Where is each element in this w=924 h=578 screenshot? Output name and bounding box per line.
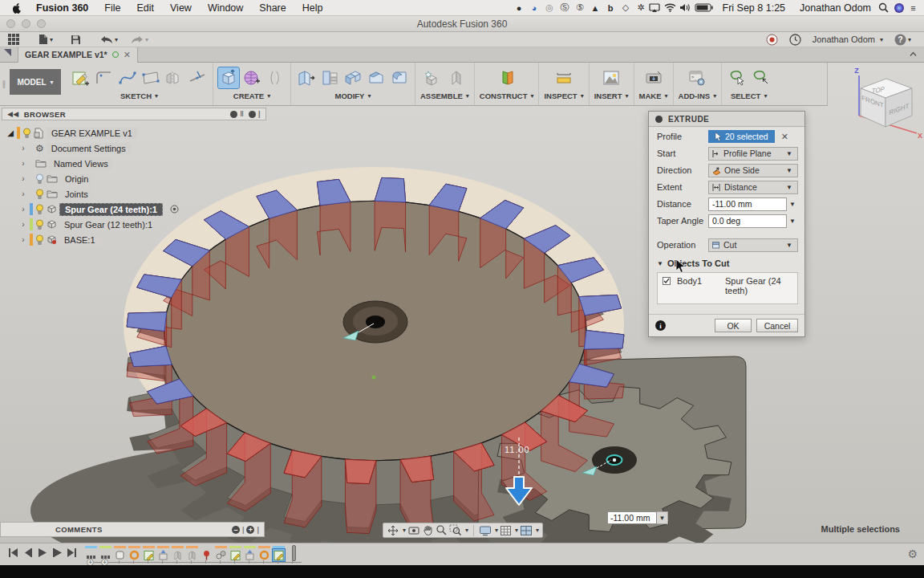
select-lasso-icon[interactable] [727,67,748,88]
expand-chevron-icon[interactable]: › [19,174,27,183]
distance-input[interactable] [708,197,787,211]
comments-collapse-icon[interactable]: – [232,526,240,534]
group-label-insert[interactable]: INSERT▾ [594,92,629,100]
collapse-toolbar-icon[interactable] [909,50,918,59]
create-sketch-icon[interactable] [71,67,91,88]
visibility-bulb-icon[interactable] [35,173,44,185]
new-document-button[interactable]: ▾ [38,34,53,45]
expand-chevron-icon[interactable]: › [19,235,27,244]
combine-icon[interactable] [342,67,363,88]
timeline-feature-coil[interactable] [258,546,270,561]
tree-item-origin[interactable]: › Origin [2,171,266,186]
orbit-tool-icon[interactable] [387,524,399,537]
visibility-bulb-icon[interactable] [35,189,44,200]
status-app-icon-9[interactable]: ✲ [634,2,649,13]
zoom-window-tool-icon[interactable] [449,524,462,536]
group-label-make[interactable]: MAKE▾ [639,92,668,100]
sketch-trim-icon[interactable] [187,67,208,88]
apple-menu-icon[interactable] [0,2,28,14]
visibility-bulb-icon[interactable] [35,204,44,215]
view-cube[interactable]: TOP FRONT RIGHT Z X [837,64,923,151]
sketch-rectangle-icon[interactable] [140,67,161,88]
group-label-addins[interactable]: ADD-INS▾ [679,92,717,100]
body-name[interactable]: Body1 [677,276,719,286]
workspace-selector[interactable]: MODEL▾ [10,69,61,95]
timeline-feature-pin[interactable] [201,546,213,561]
body-checkbox[interactable] [663,276,671,286]
tree-item-joints[interactable]: › Joints [2,186,266,201]
menu-window[interactable]: Window [200,2,251,14]
app-grid-icon[interactable] [8,34,19,45]
group-label-modify[interactable]: MODIFY▾ [335,92,371,100]
operation-dropdown[interactable]: Cut▼ [708,238,798,252]
tree-item-label[interactable]: Named Views [49,158,113,169]
distance-dropdown-icon[interactable]: ▼ [787,201,798,208]
split-face-icon[interactable] [319,67,340,88]
spotlight-search-icon[interactable] [878,2,894,13]
menu-share[interactable]: Share [251,2,294,14]
status-shield-icon[interactable]: ◇ [618,2,634,13]
chamfer-icon[interactable] [366,67,387,88]
start-dropdown[interactable]: Profile Plane▼ [708,147,798,161]
taper-angle-input[interactable] [708,214,787,228]
status-app-icon-5[interactable]: ⑤ [573,2,588,13]
measure-icon[interactable] [553,67,574,88]
status-drive-icon[interactable]: ▲ [588,3,603,13]
comments-panel[interactable]: COMMENTS – | + | [0,522,265,537]
timeline-feature-fold[interactable] [172,546,184,561]
menu-edit[interactable]: Edit [128,2,162,14]
select-paint-icon[interactable] [750,67,771,88]
dimension-dropdown-icon[interactable]: ▼ [657,511,668,524]
menu-view[interactable]: View [162,2,200,14]
tree-item-label[interactable]: Joints [60,189,93,200]
user-menu[interactable]: Jonathan Odom▾ [813,35,883,44]
dialog-grip-icon[interactable] [655,116,663,123]
viewport-layout-icon[interactable] [520,525,533,536]
toolbar-grip[interactable]: ∥ [0,63,8,105]
volume-icon[interactable] [679,3,695,12]
visibility-bulb-icon[interactable] [35,234,44,246]
scripts-addins-icon[interactable]: >_ [687,67,707,88]
extrude-tool-icon[interactable] [218,67,239,88]
airplay-icon[interactable] [649,3,664,13]
tree-item-label[interactable]: BASE:1 [59,234,100,246]
save-button[interactable] [71,35,81,45]
tree-item-label[interactable]: Document Settings [47,143,131,154]
redo-button[interactable]: ▾ [131,35,148,44]
go-to-start-button[interactable] [8,547,18,558]
tree-item-root[interactable]: ◢ GEAR EXAMPLE v1 [2,125,266,140]
expand-chevron-icon[interactable]: › [19,220,27,229]
timeline-feature-sketch[interactable] [143,546,155,561]
browser-dot-icon-2[interactable] [249,111,256,118]
taper-dropdown-icon[interactable]: ▼ [787,218,798,225]
menubar-user[interactable]: Jonathan Odom [792,2,878,14]
close-tab-icon[interactable]: ✕ [124,50,131,60]
timeline-settings-gear-icon[interactable]: ⚙ [907,547,918,560]
info-icon[interactable]: i [655,320,666,331]
step-forward-button[interactable] [52,547,62,558]
visibility-bulb-icon[interactable] [22,128,31,139]
play-button[interactable] [38,547,47,558]
display-dropdown-icon[interactable]: ▾ [495,527,498,534]
profile-selection-button[interactable]: 20 selected [708,130,775,143]
tree-item-named-views[interactable]: › Named Views [2,156,266,171]
timeline-feature-sketch[interactable] [229,546,241,561]
clear-selection-icon[interactable]: ✕ [781,132,788,142]
sketch-mirror-icon[interactable] [164,67,184,88]
record-button[interactable] [766,34,778,46]
job-status-clock-icon[interactable] [789,34,801,46]
undo-button[interactable]: ▾ [100,35,118,44]
menu-file[interactable]: File [96,2,128,14]
document-tab[interactable]: GEAR EXAMPLE v1* ✕ [18,47,138,63]
group-label-inspect[interactable]: INSPECT▾ [544,92,583,100]
notification-center-icon[interactable]: ≡ [909,3,924,13]
group-label-sketch[interactable]: SKETCH▾ [120,92,158,100]
browser-header[interactable]: ◀◀ BROWSER ‖ | [2,108,266,120]
expand-chevron-icon[interactable]: › [19,144,27,153]
wifi-icon[interactable] [664,3,679,12]
tab-overflow-icon[interactable] [4,49,11,56]
orbit-dropdown-icon[interactable]: ▾ [403,527,406,534]
create-form-icon[interactable] [241,67,262,88]
go-to-end-button[interactable] [67,547,77,558]
tree-item-document-settings[interactable]: › ⚙ Document Settings [2,140,266,156]
